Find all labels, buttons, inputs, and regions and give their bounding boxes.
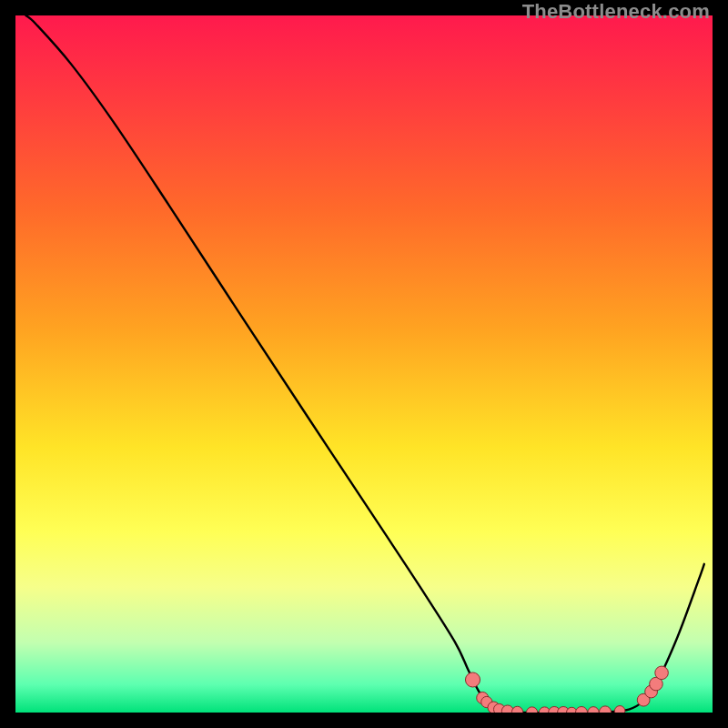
chart-background-gradient bbox=[15, 15, 713, 713]
data-point bbox=[465, 672, 480, 687]
chart-plot-area bbox=[15, 15, 713, 713]
chart-svg bbox=[15, 15, 713, 713]
watermark-text: TheBottleneck.com bbox=[522, 0, 710, 24]
data-point bbox=[655, 666, 669, 680]
data-point bbox=[614, 706, 625, 713]
chart-frame: TheBottleneck.com bbox=[0, 0, 728, 728]
